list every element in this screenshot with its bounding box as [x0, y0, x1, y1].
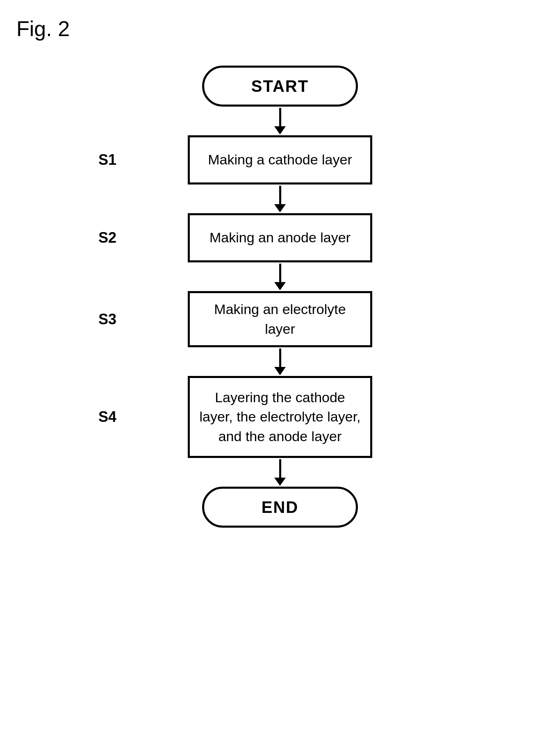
s2-process-box: Making an anode layer — [188, 213, 372, 262]
start-terminal: START — [202, 66, 358, 107]
s4-row: S4 Layering the cathode layer, the elect… — [16, 376, 544, 458]
arrow-head-2 — [274, 204, 286, 212]
arrow-1 — [274, 107, 286, 135]
s3-row: S3 Making an electrolyte layer — [16, 291, 544, 347]
step-label-s3: S3 — [98, 311, 131, 328]
flowchart: START S1 Making a cathode layer — [16, 66, 544, 528]
s4-process-box: Layering the cathode layer, the electrol… — [188, 376, 372, 458]
s2-text: Making an anode layer — [209, 228, 351, 248]
start-label: START — [251, 77, 309, 96]
arrow-shape-3 — [274, 264, 286, 290]
s1-text: Making a cathode layer — [208, 150, 352, 170]
s1-process-box: Making a cathode layer — [188, 135, 372, 184]
arrow-line-3 — [279, 264, 281, 282]
arrow-shape-2 — [274, 186, 286, 212]
arrow-shape-4 — [274, 348, 286, 375]
arrow-shape-1 — [274, 108, 286, 134]
figure-label: Fig. 2 — [16, 16, 544, 41]
s3-text: Making an electrolyte layer — [198, 300, 362, 339]
arrow-5 — [274, 458, 286, 487]
s1-row: S1 Making a cathode layer — [16, 135, 544, 184]
end-row: END — [16, 487, 544, 528]
arrow-head-3 — [274, 282, 286, 290]
end-label: END — [262, 498, 298, 517]
step-label-s2: S2 — [98, 229, 131, 246]
arrow-shape-5 — [274, 459, 286, 486]
s3-process-box: Making an electrolyte layer — [188, 291, 372, 347]
page-container: Fig. 2 START S1 Making a cathode layer — [0, 0, 560, 731]
arrow-line-1 — [279, 108, 281, 126]
arrow-head-5 — [274, 478, 286, 486]
s2-row: S2 Making an anode layer — [16, 213, 544, 262]
arrow-2 — [274, 184, 286, 213]
arrow-head-1 — [274, 126, 286, 134]
arrow-line-5 — [279, 459, 281, 478]
arrow-3 — [274, 262, 286, 291]
arrow-line-2 — [279, 186, 281, 204]
step-label-s4: S4 — [98, 408, 131, 426]
start-row: START — [16, 66, 544, 107]
arrow-line-4 — [279, 348, 281, 367]
s4-text: Layering the cathode layer, the electrol… — [198, 388, 362, 446]
arrow-head-4 — [274, 367, 286, 375]
step-label-s1: S1 — [98, 151, 131, 169]
arrow-4 — [274, 347, 286, 376]
end-terminal: END — [202, 487, 358, 528]
